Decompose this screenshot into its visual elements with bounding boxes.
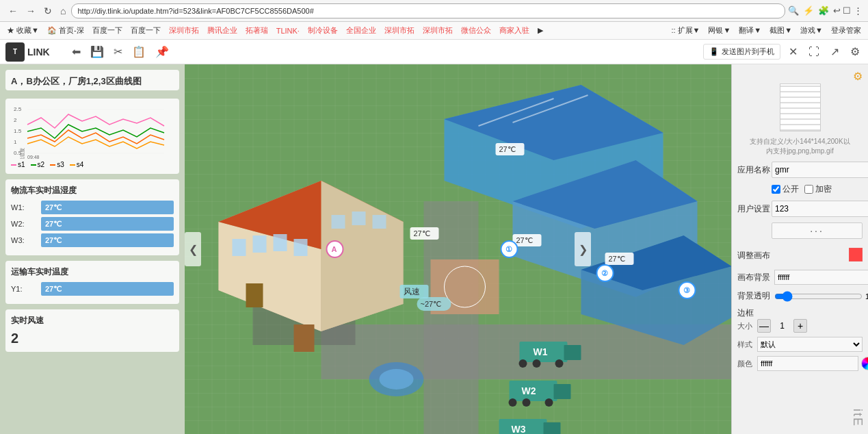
svg-point-52 (523, 398, 531, 407)
canvas-title: A，B办公区，厂房1,2,3区曲线图 (11, 75, 174, 88)
bookmark-sz3[interactable]: 深圳市拓 (420, 24, 456, 37)
svg-text:09:48: 09:48 (27, 155, 40, 159)
refresh-btn[interactable]: ↻ (41, 4, 55, 18)
style-select[interactable]: 默认 实线 虚线 (757, 337, 863, 352)
dots-row: ··· (737, 222, 863, 239)
svg-text:③: ③ (683, 286, 690, 294)
border-color-input[interactable] (757, 356, 858, 371)
opacity-slider[interactable] (774, 291, 863, 302)
svg-rect-25 (294, 239, 308, 256)
send-label: 发送图片到手机 (722, 47, 774, 57)
app-toolbar: ⬅ 💾 ✂ 📋 📌 (69, 44, 172, 60)
user-settings-input[interactable] (772, 201, 868, 217)
bookmark-game[interactable]: 游戏▼ (798, 24, 826, 37)
transport-panel: 运输车实时温度 Y1: 27℃ (5, 261, 179, 304)
extension-icon: 🧩 (818, 5, 829, 16)
canvas-color-box[interactable] (849, 248, 863, 261)
toolbar-paste-btn[interactable]: 📌 (153, 44, 172, 60)
toolbar-cut-btn[interactable]: ✂ (111, 44, 125, 60)
svg-text:2.5: 2.5 (14, 106, 22, 112)
toolbar-save-btn[interactable]: 💾 (88, 44, 107, 60)
fullscreen-btn[interactable]: ⛶ (806, 44, 822, 60)
bookmark-home[interactable]: 🏠 首页-深 (44, 24, 87, 37)
bookmark-star[interactable]: ★ 收藏▼ (4, 24, 42, 37)
bookmark-baidu1[interactable]: 百度一下 (90, 24, 125, 37)
color-wheel-border[interactable] (861, 357, 868, 370)
svg-text:1: 1 (14, 139, 17, 145)
user-settings-row: 用户设置 (737, 201, 863, 217)
home-btn[interactable]: ⌂ (57, 4, 68, 18)
logistics-panel: 物流车实时温湿度 W1: 27℃ W2: 27℃ W3: 27℃ (5, 179, 179, 255)
main-content: A，B办公区，厂房1,2,3区曲线图 2.5 2 1.5 1 0.5 温湿度 (0, 64, 868, 434)
address-bar[interactable] (71, 3, 785, 18)
toolbar-back-btn[interactable]: ⬅ (69, 44, 83, 60)
nav-left-btn[interactable]: ❮ (185, 232, 201, 266)
svg-text:②: ② (601, 269, 608, 277)
dots-btn[interactable]: ··· (772, 222, 863, 239)
y1-value: 27℃ (45, 285, 62, 294)
private-label: 加密 (815, 183, 832, 195)
svg-rect-39 (246, 283, 263, 307)
app-icon-placeholder[interactable] (780, 84, 821, 131)
y1-label: Y1: (11, 285, 38, 293)
gear-btn[interactable]: ⚙ (853, 70, 863, 83)
size-label: 大小 (737, 321, 754, 331)
svg-text:0.5: 0.5 (14, 150, 22, 156)
bookmark-sz1[interactable]: 深圳市拓 (166, 24, 202, 37)
bookmark-tlink[interactable]: TLINK· (274, 25, 302, 36)
style-label: 样式 (737, 340, 754, 350)
bookmark-baidu2[interactable]: 百度一下 (128, 24, 163, 37)
svg-rect-22 (233, 239, 246, 256)
private-checkbox[interactable] (804, 185, 813, 194)
share-btn[interactable]: ↗ (828, 44, 842, 60)
app-logo: T LINK (5, 42, 50, 62)
close-btn[interactable]: ✕ (786, 44, 800, 60)
bookmark-ext[interactable]: :: 扩展▼ (668, 24, 702, 37)
icon-hint: 支持自定义/大小144*144,200K以 内支持jpg,png,bmp.gif (737, 137, 863, 156)
svg-point-41 (380, 369, 414, 390)
bookmark-translate[interactable]: 翻译▼ (736, 24, 764, 37)
bookmark-merchant[interactable]: 商家入驻 (497, 24, 532, 37)
public-checkbox[interactable] (772, 185, 780, 194)
private-checkbox-label[interactable]: 加密 (804, 183, 832, 195)
bookmark-bank[interactable]: 网银▼ (705, 24, 733, 37)
logistics-row-w3: W3: 27℃ (11, 233, 174, 247)
forward-btn[interactable]: → (23, 4, 38, 18)
public-checkbox-label[interactable]: 公开 (772, 183, 799, 195)
app-settings-btn[interactable]: ⚙ (847, 44, 863, 60)
bookmark-wechat[interactable]: 微信公众 (458, 24, 494, 37)
bookmark-capture[interactable]: 截图▼ (767, 24, 795, 37)
svg-text:27℃: 27℃ (499, 145, 516, 153)
nav-icons: ↩ ☐ ⋮ (833, 5, 863, 16)
bookmark-sz2[interactable]: 深圳市拓 (382, 24, 417, 37)
bookmark-login[interactable]: 登录管家 (828, 24, 864, 37)
bookmark-refriger[interactable]: 制冷设备 (305, 24, 341, 37)
bookmark-more[interactable]: ▶ (535, 25, 546, 36)
size-plus-btn[interactable]: + (793, 319, 807, 333)
nav-right-btn[interactable]: ❯ (575, 232, 591, 266)
bookmark-national[interactable]: 全国企业 (343, 24, 379, 37)
back-btn[interactable]: ← (5, 4, 21, 18)
wind-panel: 实时风速 2 (5, 309, 179, 352)
bookmark-tencent[interactable]: 腾讯企业 (205, 24, 240, 37)
wind-title: 实时风速 (11, 315, 174, 327)
svg-text:~27℃: ~27℃ (421, 300, 442, 308)
size-minus-btn[interactable]: — (757, 319, 771, 333)
svg-rect-24 (274, 234, 287, 251)
border-style-row: 样式 默认 实线 虚线 (737, 337, 863, 352)
y1-bar: 27℃ (41, 282, 174, 296)
lightning-icon: ⚡ (803, 5, 814, 16)
border-label: 边框 (737, 308, 754, 318)
border-color-row: 颜色 (737, 356, 863, 371)
svg-text:风速: 风速 (404, 287, 420, 296)
chart-svg: 2.5 2 1.5 1 0.5 温湿度 (11, 104, 174, 159)
svg-rect-38 (294, 324, 315, 352)
w3-bar: 27℃ (41, 233, 174, 247)
send-photo-btn[interactable]: 📱 发送图片到手机 (703, 44, 780, 60)
w2-value: 27℃ (45, 220, 62, 229)
toolbar-copy-btn[interactable]: 📋 (129, 44, 148, 60)
canvas-bg-input[interactable] (774, 270, 868, 285)
app-name-row: 应用名称 (737, 162, 863, 178)
app-name-input[interactable] (772, 162, 868, 178)
bookmark-tuozhu[interactable]: 拓著瑞 (243, 24, 271, 37)
